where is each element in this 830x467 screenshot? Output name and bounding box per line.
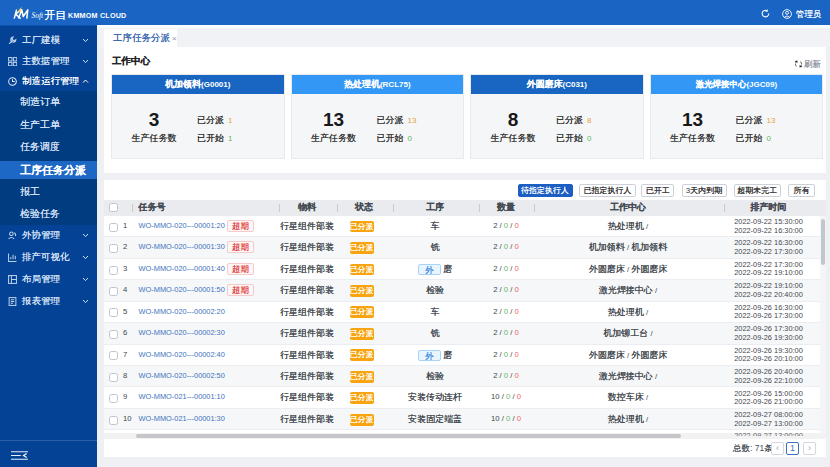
svg-text:Soft: Soft: [32, 11, 45, 20]
